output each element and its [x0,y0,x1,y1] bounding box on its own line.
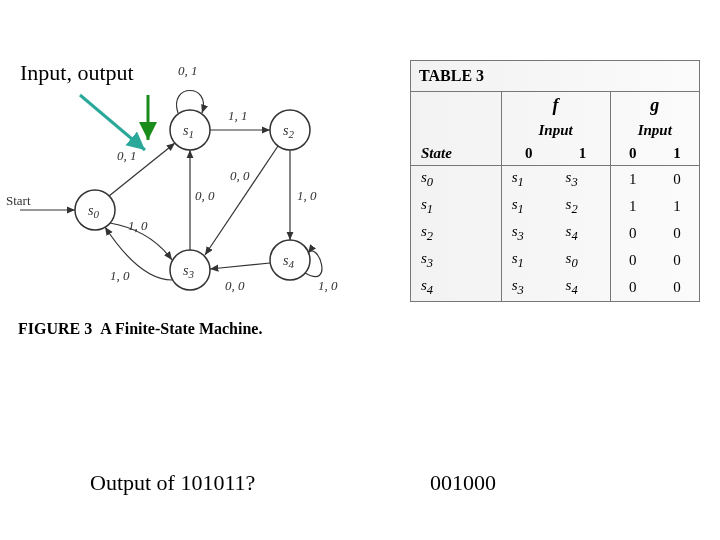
edge-s1-s2: 1, 1 [228,108,248,123]
edge-s3-s0: 1, 0 [110,268,130,283]
question-label: Output of 101011? [90,470,255,496]
answer-label: 001000 [430,470,496,496]
transition-table: TABLE 3 f g Input Input State 0 1 0 1 s0… [410,60,700,302]
table-row: s0 s1 s3 1 0 [411,166,699,194]
edge-s4-s4: 1, 0 [318,278,338,293]
edge-s2-s3: 0, 0 [230,168,250,183]
edge-s3-s1: 0, 0 [195,188,215,203]
edge-s4-s3: 0, 0 [225,278,245,293]
edge-s0-s3: 1, 0 [128,218,148,233]
col-g: g [610,92,699,119]
arrow-green [128,90,168,150]
col-f: f [501,92,610,119]
figure-title: A Finite-State Machine. [100,320,262,337]
figure-label: FIGURE 3 [18,320,92,337]
start-label: Start [6,193,31,208]
edge-s2-s4: 1, 0 [297,188,317,203]
svg-line-13 [210,263,270,269]
fsm-diagram: .st { fill:#fff; stroke:#333; stroke-wid… [0,55,380,345]
table-row: s1 s1 s2 1 1 [411,193,699,220]
table-row: s4 s3 s4 0 0 [411,274,699,301]
col-input-g: Input [610,119,699,142]
table-title: TABLE 3 [411,61,699,92]
table-row: s3 s1 s0 0 0 [411,247,699,274]
figure-caption: FIGURE 3 A Finite-State Machine. [18,320,262,338]
col-state: State [411,142,501,166]
col-input-f: Input [501,119,610,142]
svg-line-11 [205,146,278,255]
input-output-label: Input, output [20,60,134,86]
edge-s1-s1: 0, 1 [178,63,198,78]
table-row: s2 s3 s4 0 0 [411,220,699,247]
